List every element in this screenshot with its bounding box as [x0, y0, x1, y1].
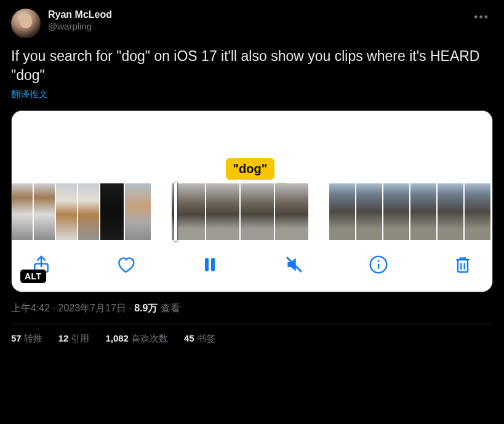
heart-icon	[116, 255, 135, 274]
media-card: "dog"	[11, 110, 493, 292]
search-term-tooltip: "dog"	[226, 158, 275, 180]
more-button[interactable]: •••	[470, 9, 493, 26]
clip-group-1[interactable]	[12, 183, 151, 240]
speaker-muted-icon	[284, 255, 304, 274]
meta-line: 上午4:42 · 2023年7月17日 · 8.9万 查看	[11, 302, 493, 315]
like-button[interactable]	[113, 252, 138, 277]
media-top-area: "dog"	[12, 111, 492, 183]
clip-frame	[56, 183, 77, 240]
svg-rect-2	[211, 258, 215, 271]
clip-group-2[interactable]	[172, 183, 308, 240]
timeline-gap	[151, 183, 172, 240]
pause-icon	[200, 255, 220, 274]
clip-frame	[206, 183, 239, 240]
tweet-date[interactable]: 2023年7月17日	[58, 303, 126, 313]
pause-button[interactable]	[198, 252, 222, 277]
avatar[interactable]	[11, 9, 41, 38]
bookmarks-stat[interactable]: 45书签	[184, 333, 215, 345]
tweet-time[interactable]: 上午4:42	[11, 303, 50, 313]
clip-frame	[241, 183, 274, 240]
views-label: 查看	[158, 303, 180, 313]
clip-frame	[356, 183, 382, 240]
svg-rect-7	[458, 260, 468, 272]
clip-frame	[125, 183, 151, 240]
clip-group-3[interactable]	[329, 183, 490, 240]
translate-link[interactable]: 翻译推文	[11, 89, 493, 100]
quotes-stat[interactable]: 12引用	[58, 333, 90, 345]
alt-badge[interactable]: ALT	[20, 270, 46, 283]
info-icon	[369, 255, 388, 274]
stats-row: 57转推 12引用 1,082喜欢次数 45书签	[11, 324, 493, 345]
trash-icon	[453, 255, 473, 274]
display-name: Ryan McLeod	[48, 9, 470, 21]
playhead-scrubber[interactable]	[174, 182, 177, 241]
video-timeline[interactable]	[12, 183, 492, 240]
trash-button[interactable]	[450, 252, 475, 277]
timeline-gap	[308, 183, 329, 240]
media-controls	[12, 240, 492, 292]
likes-stat[interactable]: 1,082喜欢次数	[105, 333, 168, 345]
svg-point-6	[378, 260, 380, 262]
clip-frame	[275, 183, 308, 240]
clip-frame	[383, 183, 409, 240]
clip-frame	[465, 183, 490, 240]
clip-frame	[78, 183, 99, 240]
views-count: 8.9万	[134, 303, 158, 313]
mute-button[interactable]	[282, 252, 306, 277]
retweets-stat[interactable]: 57转推	[11, 333, 42, 345]
clip-frame	[34, 183, 55, 240]
clip-frame	[100, 183, 124, 240]
tweet-container: Ryan McLeod @warpling ••• If you search …	[0, 0, 504, 345]
info-button[interactable]	[366, 252, 391, 277]
user-block[interactable]: Ryan McLeod @warpling	[48, 9, 470, 33]
clip-frame	[410, 183, 436, 240]
clip-frame	[12, 183, 33, 240]
tweet-text: If you search for "dog" on iOS 17 it'll …	[11, 47, 493, 85]
ellipsis-icon: •••	[474, 11, 489, 23]
tweet-header: Ryan McLeod @warpling •••	[11, 9, 493, 38]
clip-frame	[329, 183, 355, 240]
user-handle: @warpling	[48, 21, 470, 33]
svg-rect-1	[205, 258, 209, 271]
clip-frame	[438, 183, 463, 240]
